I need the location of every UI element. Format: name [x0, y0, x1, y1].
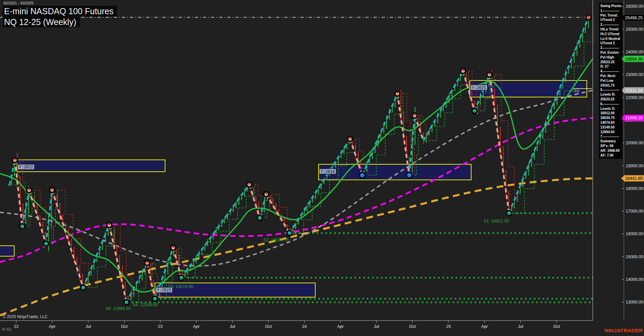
- pivot-marker-low: [287, 231, 292, 236]
- support-label-s3: S3: 14074.50: [168, 284, 193, 289]
- pivot-marker-low: [20, 224, 25, 229]
- chart-canvas[interactable]: Y:2022Y:2023Y:2024Y:2025S1: 16912.00S2: …: [0, 0, 644, 336]
- pivot-marker-high: [171, 245, 176, 250]
- price-badge: 22311.14: [621, 87, 644, 94]
- swing-panel-line: HiLo Trend:: [600, 27, 622, 32]
- candle-bar: [581, 31, 584, 42]
- pivot-marker-high: [50, 188, 55, 193]
- trail-stop-steps-up: [368, 94, 403, 175]
- time-axis-label: Jul: [86, 324, 91, 329]
- swing-panel-line: 25523.25: [600, 60, 622, 65]
- price-axis-label: 25000.00: [626, 27, 643, 32]
- swing-panel-line: Pvt. Trend:: [600, 13, 622, 18]
- pivot-marker-high: [247, 182, 252, 187]
- candle-bar: [286, 224, 289, 230]
- trail-stop-steps-up: [295, 139, 355, 233]
- price-badge: 25498.25: [621, 15, 644, 21]
- pivot-marker-low: [507, 211, 512, 216]
- pivot-marker-low: [153, 296, 158, 301]
- swing-panel-line: Pvt. Evolve:: [600, 50, 622, 55]
- pivot-marker-low-blue: [360, 172, 365, 178]
- swing-panel-line: 16912.00: [600, 111, 622, 116]
- chart-header: 50/2021 - 43/2025 E-mini NASDAQ 100 Futu…: [3, 1, 117, 27]
- candle-bar: [70, 238, 72, 255]
- time-axis-label: Apr: [193, 324, 200, 329]
- time-axis-label: Oct: [121, 324, 128, 329]
- candle-bar: [124, 282, 127, 298]
- time-axis-label: 25: [446, 324, 451, 329]
- swing-panel-line: 2.--------------: [600, 22, 622, 27]
- price-axis-label: 13000.00: [626, 300, 643, 305]
- swing-panel-line: 5.--------------: [600, 88, 622, 92]
- swing-leg-up: [127, 263, 147, 302]
- swing-panel-line: 12994.50: [600, 130, 622, 135]
- swing-panel-line: Summary: [600, 139, 622, 144]
- svg-text:Y:2024: Y:2024: [321, 169, 335, 174]
- swing-pivots-panel: Swing Pivots1.--------------Pvt. Trend:U…: [599, 3, 622, 159]
- pivot-marker-high: [145, 261, 150, 266]
- swing-panel-line: 4.--------------: [600, 69, 622, 74]
- pivot-marker-low: [257, 215, 262, 220]
- candle-bar: [406, 136, 408, 157]
- pivot-marker-high: [461, 69, 466, 74]
- swing-panel-line: 3.--------------: [600, 46, 622, 50]
- swing-panel-line: Levels S:: [600, 106, 622, 111]
- swing-panel-line: Swing Pivots: [600, 4, 622, 8]
- price-bars: [8, 17, 590, 301]
- svg-text:25498.25: 25498.25: [625, 16, 643, 20]
- pivot-marker-high: [107, 223, 112, 228]
- swing-panel-line: 13149.50: [600, 125, 622, 130]
- year-label-chip: Y:2025: [470, 85, 487, 90]
- chart-window: { "header": { "range": "50/2021 - 43/202…: [0, 0, 644, 336]
- swing-leg-up: [290, 139, 350, 233]
- pivot-marker-high: [395, 91, 400, 96]
- support-label-s5: S5: 12994.50: [106, 306, 131, 311]
- swing-panel-line: Hi:2 UTrend: [600, 32, 622, 37]
- swing-panel-line: Levels R:: [600, 92, 622, 97]
- price-axis-label: 15000.00: [626, 255, 643, 259]
- trail-stop-steps-down: [115, 225, 132, 302]
- copyright-label: © 2025 NinjaTrader, LLC: [3, 314, 47, 319]
- svg-text:18441.65: 18441.65: [625, 176, 643, 181]
- date-range-label: 50/2021 - 43/2025: [3, 1, 117, 5]
- swing-panel-line: 14074.50: [600, 120, 622, 125]
- instrument-code-label: W NQ: [2, 328, 11, 331]
- price-axis-label: 14000.00: [626, 277, 643, 282]
- swing-panel-line: Pvt. Next:: [600, 74, 622, 78]
- price-badge: 23694.36: [621, 56, 644, 62]
- time-axis-label: Oct: [265, 324, 272, 329]
- swing-panel-line: UTrend 2: [600, 18, 622, 22]
- swing-panel-line: AR: 1968.50: [600, 148, 622, 153]
- year-range-box: [17, 160, 165, 172]
- pivot-marker-low: [44, 241, 49, 246]
- swing-leg-up: [9, 160, 15, 185]
- svg-text:Y:2025: Y:2025: [472, 86, 486, 90]
- pivot-marker-low: [179, 275, 184, 280]
- pivot-marker-low-blue: [407, 172, 412, 178]
- swing-panel-line: UTrend 2: [600, 41, 622, 46]
- candle-bar: [528, 163, 530, 175]
- swing-panel-line: 7.--------------: [600, 134, 622, 139]
- year-label-chip: Y:2022: [18, 164, 34, 170]
- time-axis-label: 24: [302, 324, 307, 329]
- pivot-marker-low: [472, 108, 477, 113]
- svg-text:23694.36: 23694.36: [625, 57, 643, 62]
- time-axis-label: Apr: [481, 324, 488, 329]
- price-axis-label: 16000.00: [626, 232, 643, 236]
- swing-leg-down: [173, 248, 181, 278]
- time-axis-label: Jul: [374, 324, 379, 329]
- time-axis-label: 22: [14, 324, 19, 329]
- swing-panel-line: 16034.75: [600, 116, 622, 120]
- candle-bar: [533, 150, 536, 160]
- price-axis-label: 22000.00: [626, 95, 643, 100]
- candle-bar: [8, 185, 10, 186]
- candle-bar: [306, 206, 308, 212]
- swing-leg-down: [266, 194, 290, 233]
- support-label-s4: S4: 13149.50: [133, 303, 158, 307]
- price-axis-label: 26000.00: [626, 4, 643, 9]
- swing-leg-down: [52, 190, 83, 288]
- ninjatrader-logo: NINJATRADER: [604, 328, 643, 334]
- swing-panel-line: 1.--------------: [600, 8, 622, 13]
- pivot-marker-high: [27, 188, 32, 193]
- swing-panel-line: 6.--------------: [600, 102, 622, 106]
